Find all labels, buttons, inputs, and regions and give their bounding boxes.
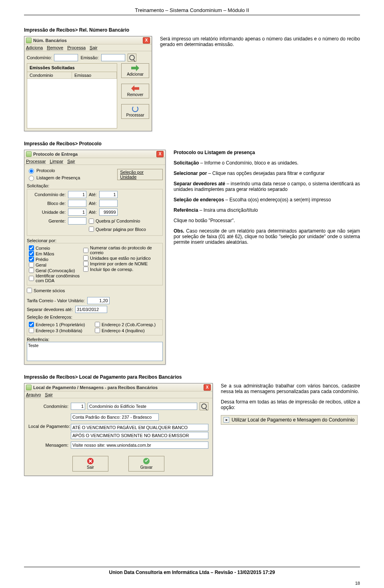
condo-de-input[interactable] — [68, 191, 86, 198]
selpor-left-label-0: Correio — [36, 246, 50, 251]
page-number: 18 — [355, 581, 360, 586]
quebra-condo-cb[interactable]: Quebra p/ Condomínio — [89, 219, 140, 224]
bloco-de-label: Bloco de: — [29, 201, 66, 206]
menu-processar[interactable]: Processar — [26, 159, 46, 164]
local2-input[interactable] — [71, 432, 208, 439]
selpor-left-cb-3[interactable]: Geral — [29, 262, 81, 267]
unid-de-input[interactable] — [68, 209, 86, 216]
condo-de-label: Condomínio de: — [29, 192, 66, 197]
local1-input[interactable] — [71, 424, 208, 431]
window-title: Local de Pagamento / Mensagens - para Re… — [33, 385, 158, 390]
section1-title: Impressão de Recibos> Rel. Número Bancár… — [24, 27, 360, 33]
condo-num-input[interactable] — [71, 403, 85, 410]
adicionar-label: Adicionar — [127, 72, 144, 76]
end-cb-0[interactable]: Endereço 1 (Proprietário) — [29, 322, 95, 327]
menu-adiciona[interactable]: Adiciona — [26, 45, 43, 50]
quebra-bloco-cb[interactable]: Quebrar página por Bloco — [89, 227, 146, 232]
end-cb-1[interactable]: Endereço 2 (Cob./Corresp.) — [95, 322, 161, 327]
unid-ate-input[interactable] — [99, 209, 118, 216]
menu-sair[interactable]: Sair — [90, 45, 98, 50]
menu-processa[interactable]: Processa — [67, 45, 86, 50]
obs-b: Obs. — [174, 228, 184, 234]
selpor-left-cb-4[interactable]: Geral (Convocação) — [29, 268, 81, 273]
end-label-1: Endereço 2 (Cob./Corresp.) — [102, 322, 156, 327]
tarifa-input[interactable] — [87, 297, 110, 304]
window-title: Núm. Bancários — [33, 38, 67, 43]
quebra-condo-label: Quebra p/ Condomínio — [96, 219, 140, 223]
radio-protocolo[interactable]: Protocolo — [27, 167, 55, 174]
titlebar: Núm. Bancários X — [24, 36, 152, 44]
menu-sair[interactable]: Sair — [45, 392, 53, 397]
selpor-left-cb-5[interactable]: Identificar condôminos com DDA — [29, 273, 81, 283]
unid-ate-label: Até: — [89, 210, 97, 215]
end-cb-2[interactable]: Endereço 3 (Imobiliária) — [29, 328, 95, 333]
close-icon[interactable]: X — [143, 37, 150, 44]
selpor-left-cb-1[interactable]: Em Mãos — [29, 251, 81, 256]
close-icon[interactable]: X — [156, 151, 164, 157]
selpor-left-cb-2[interactable]: Prédio — [29, 257, 81, 262]
menu-sair[interactable]: Sair — [67, 159, 75, 164]
menu-arquivo[interactable]: Arquivo — [26, 392, 41, 397]
section2-title: Impressão de Recibos> Protocolo — [24, 141, 360, 146]
proto-heading: Protocolo ou Listagem de presença — [174, 150, 360, 155]
selpor-left-label-5: Identificar condôminos com DDA — [36, 273, 81, 283]
gravar-button[interactable]: Gravar — [128, 456, 164, 472]
socios-cb[interactable]: Somente sócios — [27, 288, 163, 293]
sair-button[interactable]: Sair — [72, 456, 108, 472]
condo-lookup-button[interactable] — [200, 402, 208, 410]
selend-t: – Escolha o(os) endereço(os) a ser(em) i… — [224, 197, 331, 203]
col-condominio: Condominio — [27, 72, 72, 78]
solic-b: Solicitação — [174, 160, 199, 166]
radio-listagem[interactable]: Listagem de Presença — [27, 175, 80, 181]
emissao-label: Emissão: — [80, 55, 98, 60]
col-emissao: Emissao — [72, 72, 117, 78]
cancel-icon — [87, 458, 94, 464]
selpor-right-cb-3[interactable]: Incluir tipo de corresp. — [83, 267, 161, 272]
end-cb-3[interactable]: Endereço 4 (Inquilino) — [95, 328, 161, 333]
selpor-right-cb-0[interactable]: Numerar cartas do protocolo de correio — [83, 245, 161, 255]
emissao-input[interactable] — [101, 54, 125, 61]
selpor-left-cb-0[interactable]: Correio — [29, 245, 81, 251]
condo-input[interactable] — [54, 54, 78, 61]
selpor-left-label-1: Em Mãos — [36, 251, 54, 256]
bloco-ate-input[interactable] — [99, 200, 118, 207]
selend-b: Seleção de endereços — [174, 197, 224, 203]
doc-icon — [26, 38, 32, 43]
end-label-0: Endereço 1 (Proprietário) — [36, 322, 85, 327]
selpor-t: – Clique nas opções desejadas para filtr… — [207, 171, 324, 176]
tarifa-label: Tarifa Correio - Valor Unitário: — [27, 298, 85, 303]
utilizar-local-checkbox[interactable]: × Utilizar Local de Pagamento e Mensagem… — [221, 415, 358, 425]
selpor-right-cb-2[interactable]: Imprimir por ordem de NOME — [83, 261, 161, 266]
ref-t: – Insira uma discrição/título — [198, 207, 258, 213]
selpor-label: Selecionar por: — [27, 238, 163, 243]
menu-limpar[interactable]: Limpar — [50, 159, 64, 164]
condo-nome-input[interactable] — [88, 403, 197, 410]
ok-icon — [143, 458, 150, 464]
selpor-right-cb-1[interactable]: Unidades que estão no jurídico — [83, 255, 161, 261]
selecao-unidade-button[interactable]: Seleção por Unidade — [117, 169, 163, 180]
processar-button[interactable]: Processar — [121, 104, 149, 119]
emissoes-list[interactable]: Condominio Emissao — [27, 72, 117, 128]
ref-textarea[interactable]: Teste — [27, 342, 163, 361]
socios-label: Somente sócios — [34, 288, 65, 293]
local-label: Local de Pagamento: — [28, 424, 68, 429]
devate-input[interactable] — [75, 306, 107, 313]
obs-t: Caso necessite de um relatório para dete… — [174, 228, 360, 245]
selpor-left-label-4: Geral (Convocação) — [36, 268, 75, 273]
doc-header: Treinamento – Sistema Condominium – Módu… — [24, 7, 360, 13]
selpor-right-label-3: Incluir tipo de corresp. — [90, 267, 133, 272]
adicionar-button[interactable]: Adicionar — [121, 63, 149, 78]
ref-b: Referência — [174, 207, 198, 213]
footer-text: Union Data Consultoria em Informática Lt… — [0, 570, 384, 575]
remover-button[interactable]: Remover — [121, 84, 149, 98]
solic-label: Solicitação: — [27, 183, 163, 188]
bloco-de-input[interactable] — [68, 200, 86, 207]
msg-input[interactable] — [71, 442, 208, 449]
close-icon[interactable]: X — [204, 384, 211, 391]
condo-ate-input[interactable] — [99, 191, 118, 198]
titlebar: Protocolo de Entrega X — [24, 150, 165, 158]
gerente-input[interactable] — [68, 217, 86, 225]
section3-p1: Se a sua administração trabalhar com vár… — [221, 383, 360, 394]
menu-remove[interactable]: Remove — [47, 45, 63, 50]
lookup-button[interactable] — [128, 54, 136, 62]
